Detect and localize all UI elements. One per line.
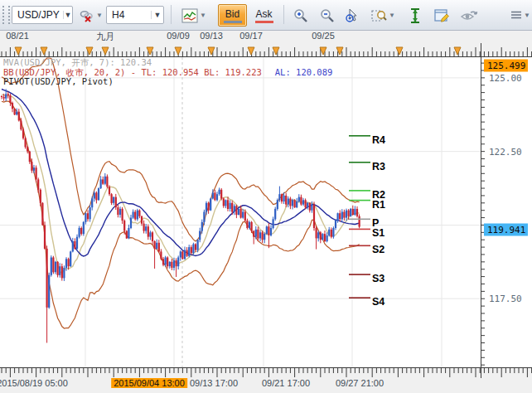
time-label: 09/25: [312, 31, 335, 41]
chart-type-button[interactable]: ▼: [177, 4, 210, 27]
period-marker-icon: [175, 47, 181, 55]
chart-canvas[interactable]: R4R3R2R1PS1S2S3S4: [0, 57, 481, 367]
pointer-zoom-button[interactable]: [340, 4, 365, 27]
pivot-label-r4: R4: [372, 134, 385, 146]
ask-label: Ask: [255, 8, 272, 20]
pivot-label-s4: S4: [372, 296, 384, 308]
period-marker-icon: [273, 47, 279, 55]
toolbar-separator: [171, 5, 172, 24]
visibility-button[interactable]: [456, 4, 482, 27]
period-marker-icon: [41, 47, 47, 55]
pivot-label-s3: S3: [372, 273, 384, 284]
top-time-ruler[interactable]: 08/21九月09/0909/1309/1709/25: [0, 30, 532, 56]
chart-border-right: [481, 43, 481, 378]
zoom-in-icon: [293, 7, 309, 24]
chevron-down-icon[interactable]: ▼: [524, 12, 530, 19]
symbol-select[interactable]: USD/JPY ▼: [12, 6, 73, 24]
timeframe-select[interactable]: H4 ▼: [106, 6, 164, 24]
fit-vertical-button[interactable]: [403, 4, 428, 27]
period-marker-icon: [248, 47, 254, 55]
time-label: 09/13 17:00: [190, 378, 238, 388]
pivot-label-s2: S2: [372, 244, 384, 255]
time-label: 2015/08/19 05:00: [0, 378, 68, 388]
chevron-down-icon[interactable]: ▼: [151, 11, 163, 19]
pivot-label-r3: R3: [372, 161, 385, 172]
period-marker-icon: [15, 47, 22, 55]
box-zoom-icon: [370, 7, 387, 24]
ask-button[interactable]: Ask: [249, 4, 278, 27]
zoom-in-button[interactable]: [288, 4, 313, 27]
trading-chart-window: USD/JPY ▼ ▼ H4 ▼ ▼ Bid: [0, 0, 532, 393]
menu-icon: [510, 10, 522, 22]
price-tick-label: 122.50: [489, 146, 522, 157]
time-label: 09/17: [239, 31, 263, 41]
toolbar-grip[interactable]: [2, 6, 10, 24]
annotation-icon: [433, 7, 450, 24]
toolbar-separator: [283, 5, 284, 24]
time-label: 九月: [96, 31, 114, 43]
chart-type-icon: [181, 8, 198, 23]
pivot-levels-layer: R4R3R2R1PS1S2S3S4: [349, 134, 385, 308]
pointer-zoom-icon: [344, 7, 360, 24]
bid-label: Bid: [225, 8, 239, 20]
time-label-highlighted: 2015/09/04 13:00: [111, 378, 187, 388]
toolbar: USD/JPY ▼ ▼ H4 ▼ ▼ Bid: [0, 0, 532, 31]
visibility-icon: [460, 7, 478, 24]
time-label: 09/09: [167, 31, 190, 41]
time-label: 09/27 21:00: [336, 378, 384, 388]
bottom-time-ruler[interactable]: 2015/08/19 05:002015/09/04 13:0009/13 17…: [0, 367, 532, 393]
time-label: 08/21: [6, 31, 29, 41]
candlestick-chart: R4R3R2R1PS1S2S3S4: [0, 57, 481, 367]
pivot-label-s1: S1: [372, 227, 384, 239]
price-axis[interactable]: 125.00122.50117.50125.499119.941: [481, 57, 532, 367]
bid-button[interactable]: Bid: [218, 4, 247, 27]
link-break-icon: [78, 8, 94, 23]
annotation-button[interactable]: [429, 4, 454, 27]
period-marker-icon: [208, 47, 215, 55]
bid-underline: [224, 21, 242, 23]
period-marker-icon: [102, 47, 109, 55]
fit-vertical-icon: [408, 7, 423, 24]
ask-underline: [255, 21, 273, 23]
current-price-badge: 119.941: [484, 223, 528, 235]
menu-button[interactable]: ▼: [509, 4, 532, 27]
chevron-down-icon[interactable]: ▼: [96, 12, 103, 19]
link-break-button[interactable]: ▼: [76, 4, 104, 27]
chevron-down-icon[interactable]: ▼: [389, 12, 395, 19]
period-marker-icon: [454, 47, 461, 55]
box-zoom-button[interactable]: ▼: [366, 4, 399, 27]
alert-price-badge: 125.499: [484, 60, 528, 72]
chevron-down-icon[interactable]: ▼: [63, 11, 72, 19]
zoom-out-icon: [319, 7, 336, 24]
timeframe-value: H4: [107, 9, 151, 21]
symbol-value: USD/JPY: [12, 9, 63, 21]
chevron-down-icon[interactable]: ▼: [200, 12, 206, 19]
price-tick-label: 117.50: [489, 294, 522, 304]
price-tick-label: 125.00: [489, 72, 522, 83]
pivot-label-r1: R1: [372, 199, 385, 211]
time-label: 09/13: [200, 31, 223, 41]
period-marker-icon: [396, 47, 403, 55]
time-label: 09/21 17:00: [262, 378, 310, 388]
zoom-out-button[interactable]: [315, 4, 340, 27]
